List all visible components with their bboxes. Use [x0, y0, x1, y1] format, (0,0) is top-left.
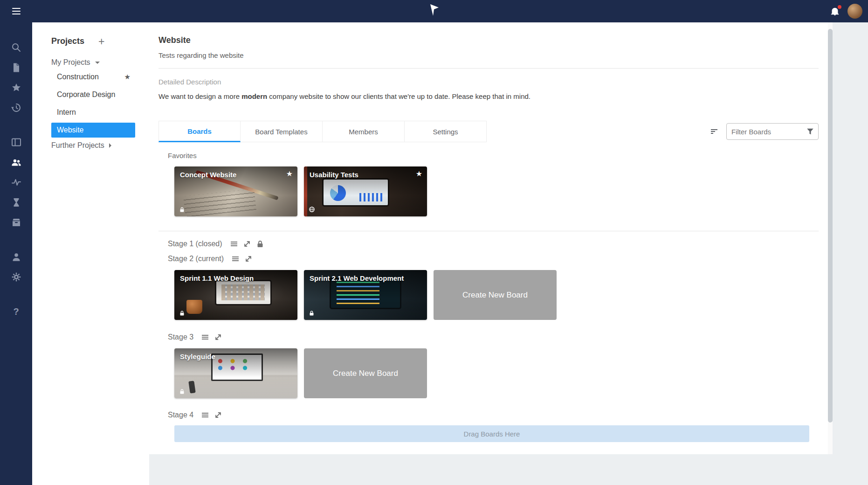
- add-project-button[interactable]: +: [98, 37, 104, 46]
- stage-label: Stage 4: [168, 411, 193, 419]
- stage-expand-icon[interactable]: [214, 333, 222, 341]
- lock-icon: [179, 310, 185, 316]
- description-post: company website to show our clients that…: [267, 92, 530, 100]
- stage-menu-icon[interactable]: [230, 240, 238, 248]
- team-icon[interactable]: [11, 157, 22, 168]
- time-tracking-icon[interactable]: [11, 197, 22, 208]
- divider: [158, 231, 819, 231]
- notifications-bell-icon[interactable]: [830, 6, 840, 16]
- board-title: Sprint 2.1 Web Development: [310, 274, 404, 282]
- project-item-corporate-design[interactable]: Corporate Design: [51, 87, 135, 102]
- activity-icon[interactable]: [11, 177, 22, 188]
- globe-icon: [309, 206, 315, 213]
- create-new-board-button[interactable]: Create New Board: [434, 270, 557, 320]
- board-card-styleguide[interactable]: Styleguide: [174, 348, 297, 398]
- icon-rail: ?: [0, 22, 32, 485]
- description-text: We want to design a more modern company …: [158, 92, 809, 100]
- project-item-website[interactable]: Website: [51, 123, 135, 138]
- board-card-concept-website[interactable]: Concept Website ★: [174, 166, 297, 216]
- main-content: Website Tests regarding the website Deta…: [149, 22, 833, 454]
- projects-panel: Projects + My Projects Construction ★ Co…: [32, 22, 149, 485]
- settings-gear-icon[interactable]: [11, 271, 22, 283]
- drag-boards-drop-zone[interactable]: Drag Boards Here: [174, 425, 809, 442]
- stage-label: Stage 1 (closed): [168, 240, 222, 248]
- filter-boards-input[interactable]: [731, 128, 805, 136]
- profile-icon[interactable]: [11, 251, 22, 263]
- projects-panel-header: Projects +: [51, 36, 149, 46]
- menu-icon[interactable]: [0, 8, 32, 14]
- stage-3-board-row: Styleguide Create New Board: [174, 348, 809, 398]
- help-icon[interactable]: ?: [11, 306, 22, 317]
- create-new-board-button[interactable]: Create New Board: [304, 348, 427, 398]
- stage-menu-icon[interactable]: [201, 333, 209, 341]
- hamburger-bars: [12, 8, 21, 14]
- tabs: Boards Board Templates Members Settings: [158, 121, 487, 142]
- further-projects-group[interactable]: Further Projects: [51, 141, 149, 150]
- filter-boards-field: [726, 123, 819, 140]
- stage-3-header: Stage 3: [168, 333, 809, 341]
- board-star-icon[interactable]: ★: [416, 169, 422, 178]
- project-item-label: Construction: [57, 73, 99, 81]
- board-star-icon[interactable]: ★: [286, 169, 293, 178]
- lock-icon: [309, 310, 315, 316]
- star-icon[interactable]: ★: [124, 73, 131, 81]
- stage-menu-icon[interactable]: [231, 255, 240, 263]
- filter-group: [710, 123, 819, 140]
- stage-1-header: Stage 1 (closed): [168, 240, 809, 248]
- stage-menu-icon[interactable]: [201, 411, 209, 419]
- lock-icon: [179, 207, 185, 213]
- board-card-usability-tests[interactable]: Usability Tests ★: [304, 166, 427, 216]
- user-avatar[interactable]: [847, 4, 862, 19]
- stage-lock-icon[interactable]: [256, 240, 264, 248]
- topbar: [0, 0, 868, 22]
- app-logo-icon: [428, 4, 440, 19]
- my-projects-label: My Projects: [51, 58, 90, 67]
- search-icon[interactable]: [11, 42, 22, 53]
- board-card-sprint-1-1[interactable]: Sprint 1.1 Web Design: [174, 270, 297, 320]
- stage-label: Stage 2 (current): [168, 255, 224, 263]
- documents-icon[interactable]: [11, 62, 22, 73]
- favorites-label: Favorites: [168, 152, 809, 159]
- project-item-label: Corporate Design: [57, 90, 115, 99]
- stage-expand-icon[interactable]: [214, 411, 222, 419]
- divider: [158, 68, 819, 69]
- stage-label: Stage 3: [168, 333, 193, 341]
- favorites-star-icon[interactable]: [11, 82, 22, 93]
- board-title: Sprint 1.1 Web Design: [180, 274, 254, 282]
- stage-2-header: Stage 2 (current): [168, 255, 809, 263]
- board-title: Styleguide: [180, 353, 215, 360]
- scrollbar-thumb[interactable]: [828, 29, 833, 423]
- tab-settings[interactable]: Settings: [405, 121, 487, 142]
- board-card-sprint-2-1[interactable]: Sprint 2.1 Web Development: [304, 270, 427, 320]
- boards-icon[interactable]: [11, 137, 22, 148]
- sort-icon[interactable]: [710, 127, 719, 136]
- stage-expand-icon[interactable]: [244, 255, 253, 263]
- tab-members[interactable]: Members: [323, 121, 405, 142]
- tab-board-templates[interactable]: Board Templates: [241, 121, 323, 142]
- topbar-actions: [830, 0, 862, 22]
- chevron-down-icon: [95, 62, 100, 64]
- further-projects-label: Further Projects: [51, 141, 104, 150]
- page-title: Website: [158, 35, 809, 45]
- chevron-right-icon: [109, 143, 111, 148]
- board-title: Usability Tests: [310, 171, 358, 179]
- page-subtitle: Tests regarding the website: [158, 51, 809, 59]
- board-title: Concept Website: [180, 171, 236, 179]
- project-item-construction[interactable]: Construction ★: [51, 69, 135, 84]
- archive-icon[interactable]: [11, 217, 22, 228]
- tabs-row: Boards Board Templates Members Settings: [158, 121, 819, 142]
- lock-icon: [179, 388, 185, 395]
- stage-expand-icon[interactable]: [243, 240, 251, 248]
- project-list: Construction ★ Corporate Design Intern W…: [32, 69, 149, 138]
- description-bold: modern: [241, 92, 267, 100]
- my-projects-group[interactable]: My Projects: [51, 58, 149, 67]
- description-label: Detailed Description: [158, 78, 809, 86]
- funnel-filter-icon[interactable]: [806, 127, 814, 136]
- project-item-intern[interactable]: Intern: [51, 105, 135, 120]
- stage-2-board-row: Sprint 1.1 Web Design Sprint 2.1 Web Dev…: [174, 270, 809, 320]
- tab-boards[interactable]: Boards: [158, 121, 241, 142]
- projects-title: Projects: [51, 36, 84, 46]
- favorites-board-row: Concept Website ★ Usability Tests ★: [174, 166, 809, 216]
- history-icon[interactable]: [11, 102, 22, 113]
- help-glyph: ?: [13, 306, 19, 317]
